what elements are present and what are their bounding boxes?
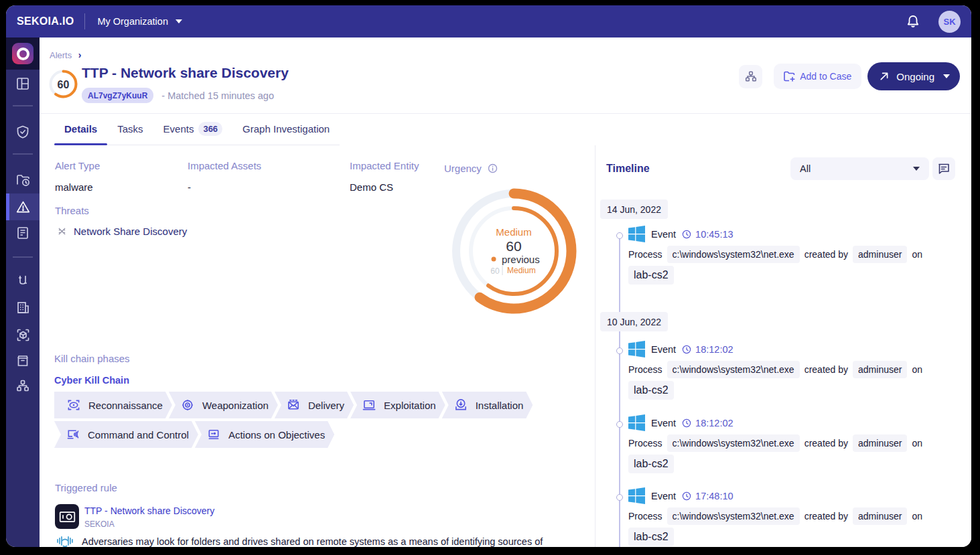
svg-text:60: 60: [506, 238, 521, 254]
svg-text:previous: previous: [502, 254, 540, 265]
svg-text:60: 60: [58, 79, 70, 90]
svg-text:60: 60: [490, 266, 500, 276]
svg-text:Medium: Medium: [496, 226, 531, 238]
svg-text:Medium: Medium: [507, 266, 536, 275]
